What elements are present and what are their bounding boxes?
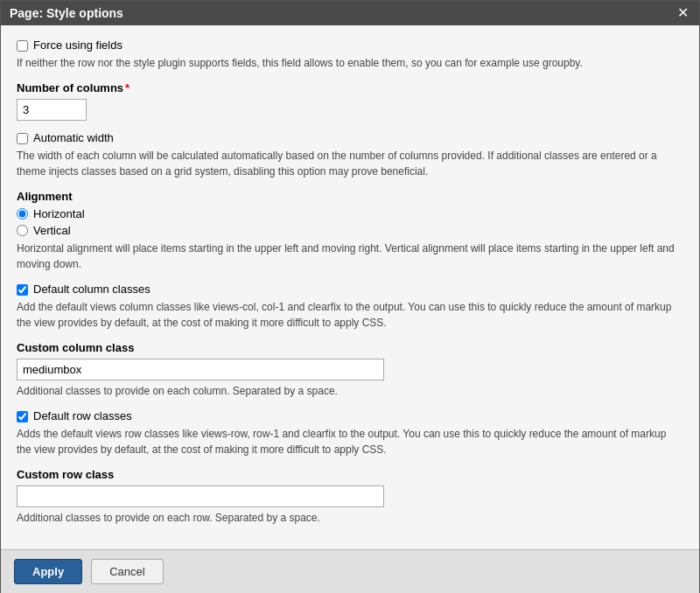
dialog-footer: Apply Cancel xyxy=(1,549,699,593)
custom-row-class-description: Additional classes to provide on each ro… xyxy=(17,510,683,526)
custom-col-class-label: Custom column class xyxy=(17,341,683,354)
dialog-container: Page: Style options ✕ Force using fields… xyxy=(0,0,700,593)
custom-col-class-group: Custom column class Additional classes t… xyxy=(17,341,683,399)
cancel-button[interactable]: Cancel xyxy=(91,559,163,584)
auto-width-label: Automatic width xyxy=(33,131,114,144)
custom-row-class-group: Custom row class Additional classes to p… xyxy=(17,468,683,526)
force-fields-checkbox[interactable] xyxy=(17,40,28,52)
num-columns-input[interactable] xyxy=(17,99,87,121)
auto-width-description: The width of each column will be calcula… xyxy=(17,148,683,179)
default-col-classes-checkbox[interactable] xyxy=(17,284,28,296)
force-fields-label: Force using fields xyxy=(33,38,122,52)
default-row-classes-label: Default row classes xyxy=(33,409,132,422)
alignment-group: Alignment Horizontal Vertical Horizontal… xyxy=(17,190,683,272)
alignment-vertical-label: Vertical xyxy=(33,224,71,237)
alignment-label: Alignment xyxy=(17,190,683,203)
default-col-classes-group: Default column classes Add the default v… xyxy=(17,283,683,331)
custom-col-class-input[interactable] xyxy=(17,359,384,380)
alignment-vertical-radio[interactable] xyxy=(17,225,28,236)
force-fields-group: Force using fields If neither the row no… xyxy=(17,38,683,71)
default-row-classes-group: Default row classes Adds the default vie… xyxy=(17,409,683,457)
force-fields-description: If neither the row nor the style plugin … xyxy=(17,55,683,71)
custom-row-class-label: Custom row class xyxy=(17,468,683,481)
alignment-vertical-row: Vertical xyxy=(17,224,683,237)
alignment-horizontal-radio[interactable] xyxy=(17,208,28,220)
apply-button[interactable]: Apply xyxy=(14,559,82,584)
default-row-classes-description: Adds the default views row classes like … xyxy=(17,426,683,457)
required-star: * xyxy=(125,81,130,94)
close-button[interactable]: ✕ xyxy=(676,6,690,20)
dialog-body: Force using fields If neither the row no… xyxy=(1,25,699,549)
dialog-titlebar: Page: Style options ✕ xyxy=(1,1,699,25)
auto-width-checkbox[interactable] xyxy=(17,133,28,144)
num-columns-group: Number of columns* xyxy=(17,81,683,121)
default-col-classes-description: Add the default views column classes lik… xyxy=(17,299,683,331)
default-col-classes-label: Default column classes xyxy=(33,283,150,296)
custom-col-class-description: Additional classes to provide on each co… xyxy=(17,383,683,399)
default-row-classes-checkbox[interactable] xyxy=(17,411,28,422)
num-columns-label: Number of columns* xyxy=(17,81,683,94)
dialog-title: Page: Style options xyxy=(10,6,123,20)
auto-width-group: Automatic width The width of each column… xyxy=(17,131,683,179)
custom-row-class-input[interactable] xyxy=(17,485,384,507)
alignment-horizontal-row: Horizontal xyxy=(17,207,683,220)
alignment-description: Horizontal alignment will place items st… xyxy=(17,241,683,272)
alignment-horizontal-label: Horizontal xyxy=(33,207,85,220)
